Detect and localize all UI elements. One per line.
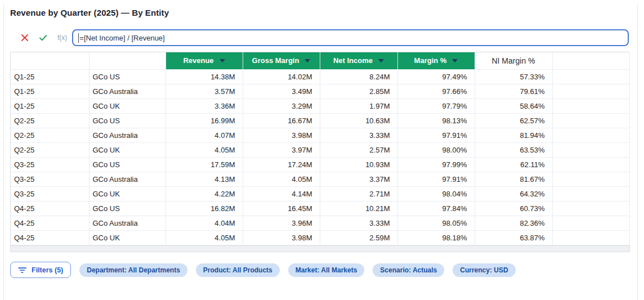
cell[interactable]: 4.05M [166, 142, 243, 157]
cell[interactable]: 97.66% [397, 84, 475, 98]
column-header-ni-margin[interactable]: NI Margin % [475, 52, 552, 69]
cell[interactable]: 2.57M [320, 142, 397, 157]
cell[interactable]: 3.37M [320, 172, 397, 186]
cell[interactable]: 81.67% [475, 172, 552, 186]
cell[interactable]: 3.33M [320, 216, 397, 230]
filter-pill-currency[interactable]: Currency: USD [453, 263, 515, 277]
cell[interactable]: Q2-25 [11, 142, 89, 157]
cell[interactable]: 3.97M [243, 142, 320, 157]
cell[interactable]: GCo Australia [89, 128, 166, 142]
cell[interactable]: 16.45M [243, 201, 320, 216]
cell[interactable]: 97.79% [397, 98, 475, 113]
cell[interactable]: 62.57% [475, 113, 552, 128]
horizontal-scrollbar[interactable] [11, 245, 629, 252]
cell[interactable]: Q1-25 [11, 98, 89, 113]
cell[interactable]: 98.00% [397, 142, 475, 157]
cell[interactable]: 97.99% [397, 157, 475, 172]
column-header-margin[interactable]: Margin % [397, 52, 475, 69]
cell[interactable]: Q3-25 [11, 172, 89, 186]
cell[interactable]: 4.14M [243, 186, 320, 201]
column-header-revenue[interactable]: Revenue [166, 52, 243, 69]
cell[interactable]: Q2-25 [11, 128, 89, 142]
cell[interactable]: 2.85M [320, 84, 397, 98]
cell[interactable]: 60.73% [475, 201, 552, 216]
cell[interactable]: GCo US [89, 113, 166, 128]
cell[interactable]: 17.59M [166, 157, 243, 172]
cell[interactable]: GCo UK [89, 142, 166, 157]
cell[interactable]: 57.33% [475, 69, 552, 84]
formula-confirm-button[interactable] [38, 33, 48, 43]
cell[interactable]: 3.98M [243, 230, 320, 245]
cell[interactable]: 4.04M [166, 216, 243, 230]
cell-empty[interactable] [552, 172, 629, 186]
cell[interactable]: 3.29M [243, 98, 320, 113]
cell[interactable]: 1.97M [320, 98, 397, 113]
column-header-net-income[interactable]: Net Income [320, 52, 397, 69]
cell[interactable]: GCo UK [89, 186, 166, 201]
cell[interactable]: 8.24M [320, 69, 397, 84]
cell[interactable]: 98.04% [397, 186, 475, 201]
filter-pill-market[interactable]: Market: All Markets [288, 263, 365, 277]
cell[interactable]: Q4-25 [11, 230, 89, 245]
filter-pill-product[interactable]: Product: All Products [196, 263, 280, 277]
cell[interactable]: 2.71M [320, 186, 397, 201]
cell-empty[interactable] [552, 69, 629, 84]
filters-button[interactable]: Filters (5) [10, 262, 71, 278]
cell[interactable]: 10.63M [320, 113, 397, 128]
cell[interactable]: 4.22M [166, 186, 243, 201]
cell[interactable]: GCo US [89, 201, 166, 216]
cell[interactable]: 2.59M [320, 230, 397, 245]
formula-input[interactable]: =[Net Income] / [Revenue] [72, 29, 629, 46]
cell[interactable]: 10.93M [320, 157, 397, 172]
cell[interactable]: Q1-25 [11, 69, 89, 84]
cell[interactable]: 3.57M [166, 84, 243, 98]
cell[interactable]: Q2-25 [11, 113, 89, 128]
cell-empty[interactable] [552, 84, 629, 98]
cell[interactable]: 82.36% [475, 216, 552, 230]
cell[interactable]: 16.82M [166, 201, 243, 216]
cell-empty[interactable] [552, 113, 629, 128]
cell[interactable]: 58.64% [475, 98, 552, 113]
cell[interactable]: GCo US [89, 157, 166, 172]
cell[interactable]: 4.05M [166, 230, 243, 245]
cell[interactable]: 64.32% [475, 186, 552, 201]
cell[interactable]: 3.98M [243, 128, 320, 142]
cell-empty[interactable] [552, 128, 629, 142]
cell[interactable]: GCo Australia [89, 216, 166, 230]
cell-empty[interactable] [552, 230, 629, 245]
cell[interactable]: GCo UK [89, 98, 166, 113]
filter-pill-department[interactable]: Department: All Departments [79, 263, 187, 277]
cell[interactable]: 97.84% [397, 201, 475, 216]
cell[interactable]: 4.07M [166, 128, 243, 142]
cell[interactable]: GCo UK [89, 230, 166, 245]
cell[interactable]: Q4-25 [11, 216, 89, 230]
cell[interactable]: 79.61% [475, 84, 552, 98]
cell[interactable]: 97.91% [397, 128, 475, 142]
cell[interactable]: Q3-25 [11, 186, 89, 201]
cell[interactable]: 3.33M [320, 128, 397, 142]
cell-empty[interactable] [552, 142, 629, 157]
cell[interactable]: 97.49% [397, 69, 475, 84]
cell[interactable]: 10.21M [320, 201, 397, 216]
formula-cancel-button[interactable] [20, 33, 30, 43]
cell[interactable]: 14.02M [243, 69, 320, 84]
cell[interactable]: GCo Australia [89, 172, 166, 186]
cell[interactable]: 98.13% [397, 113, 475, 128]
cell[interactable]: 81.94% [475, 128, 552, 142]
cell-empty[interactable] [552, 157, 629, 172]
cell[interactable]: 98.05% [397, 216, 475, 230]
cell[interactable]: 98.18% [397, 230, 475, 245]
cell[interactable]: Q4-25 [11, 201, 89, 216]
cell[interactable]: Q1-25 [11, 84, 89, 98]
cell[interactable]: 97.91% [397, 172, 475, 186]
cell[interactable]: 14.38M [166, 69, 243, 84]
cell[interactable]: Q3-25 [11, 157, 89, 172]
cell[interactable]: GCo US [89, 69, 166, 84]
cell[interactable]: 17.24M [243, 157, 320, 172]
cell[interactable]: 62.11% [475, 157, 552, 172]
column-header-gross-margin[interactable]: Gross Margin [243, 52, 320, 69]
cell[interactable]: 4.13M [166, 172, 243, 186]
cell-empty[interactable] [552, 98, 629, 113]
cell[interactable]: 3.49M [243, 84, 320, 98]
cell[interactable]: 63.87% [475, 230, 552, 245]
